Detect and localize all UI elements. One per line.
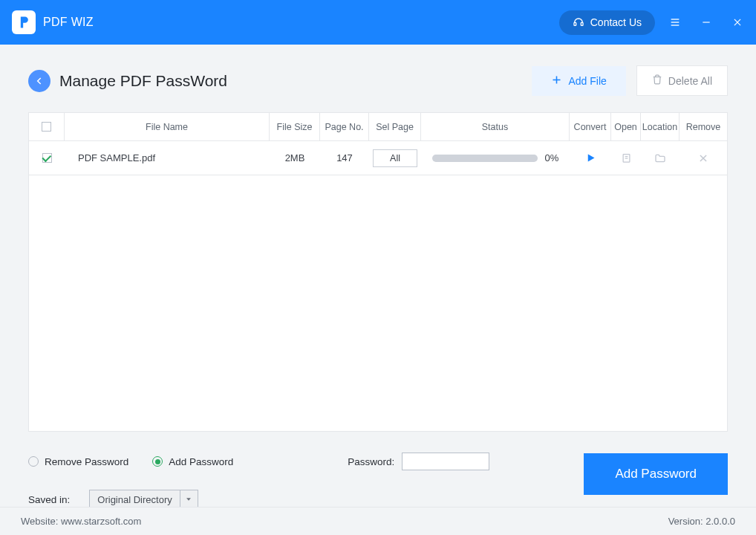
add-file-button[interactable]: Add File xyxy=(532,66,625,96)
delete-all-button[interactable]: Delete All xyxy=(636,65,728,96)
svg-rect-0 xyxy=(574,22,576,25)
row-filesize: 2MB xyxy=(270,141,320,175)
app-title: PDF WIZ xyxy=(43,16,94,29)
headset-icon xyxy=(573,16,584,30)
directory-value: Original Directory xyxy=(90,494,179,505)
plus-icon xyxy=(551,74,562,88)
delete-all-label: Delete All xyxy=(668,75,712,87)
radio-add-label: Add Password xyxy=(169,456,233,467)
remove-row-icon[interactable] xyxy=(698,153,708,163)
col-selpage: Sel Page xyxy=(369,113,421,140)
col-remove: Remove xyxy=(680,113,727,140)
contact-us-button[interactable]: Contact Us xyxy=(559,10,655,35)
progress-percent: 0% xyxy=(545,152,559,163)
convert-play-icon[interactable] xyxy=(585,152,596,163)
table-row: PDF SAMPLE.pdf 2MB 147 All 0% xyxy=(29,141,727,175)
app-logo xyxy=(12,10,36,34)
chevron-down-icon xyxy=(180,490,198,508)
row-filename: PDF SAMPLE.pdf xyxy=(65,141,270,175)
col-location: Location xyxy=(641,113,680,140)
footer-version: Version: 2.0.0.0 xyxy=(668,516,735,527)
svg-marker-10 xyxy=(587,155,594,162)
select-all-checkbox[interactable] xyxy=(42,122,51,132)
saved-in-label: Saved in: xyxy=(28,494,70,505)
contact-us-label: Contact Us xyxy=(590,16,642,28)
row-pageno: 147 xyxy=(320,141,369,175)
svg-marker-16 xyxy=(186,498,191,500)
page-title: Manage PDF PassWord xyxy=(59,72,227,90)
close-icon[interactable] xyxy=(731,16,744,29)
password-field-label: Password: xyxy=(348,456,394,467)
radio-remove-label: Remove Password xyxy=(45,456,128,467)
progress-bar xyxy=(432,155,538,162)
select-page-button[interactable]: All xyxy=(373,149,417,167)
password-input[interactable] xyxy=(402,453,489,470)
col-open: Open xyxy=(611,113,641,140)
footer-website: Website: www.starzsoft.com xyxy=(21,516,141,527)
minimize-icon[interactable] xyxy=(700,16,713,29)
open-file-icon[interactable] xyxy=(621,152,632,163)
col-filename: File Name xyxy=(65,113,270,140)
col-filesize: File Size xyxy=(270,113,320,140)
back-button[interactable] xyxy=(28,70,50,92)
row-checkbox[interactable] xyxy=(42,153,52,163)
svg-rect-1 xyxy=(581,22,583,25)
col-convert: Convert xyxy=(570,113,611,140)
col-pageno: Page No. xyxy=(320,113,369,140)
menu-icon[interactable] xyxy=(668,16,682,29)
add-file-label: Add File xyxy=(568,75,606,87)
radio-remove-password[interactable]: Remove Password xyxy=(28,456,128,467)
file-table: File Name File Size Page No. Sel Page St… xyxy=(28,112,728,432)
col-status: Status xyxy=(421,113,570,140)
trash-icon xyxy=(652,74,662,87)
radio-add-password[interactable]: Add Password xyxy=(152,456,233,467)
folder-icon[interactable] xyxy=(654,152,666,164)
add-password-button[interactable]: Add Password xyxy=(584,453,728,495)
